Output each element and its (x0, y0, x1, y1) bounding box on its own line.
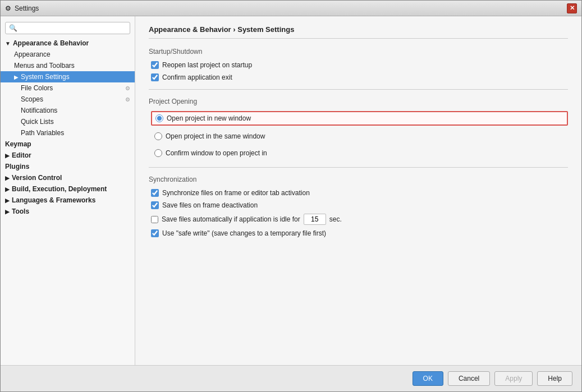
arrow-icon: ▶ (5, 153, 10, 159)
sidebar-item-label: Languages & Frameworks (12, 196, 95, 204)
sidebar-item-build-execution[interactable]: ▶ Build, Execution, Deployment (1, 183, 135, 195)
sidebar-item-label: Keymap (5, 140, 31, 148)
sidebar-item-path-variables[interactable]: Path Variables (1, 127, 135, 139)
sidebar-item-keymap[interactable]: Keymap (1, 139, 135, 150)
sidebar-item-system-settings[interactable]: ▶ System Settings (1, 71, 135, 82)
titlebar: ⚙ Settings ✕ (1, 1, 581, 16)
search-input[interactable] (20, 24, 126, 32)
save-deactivate-checkbox[interactable] (151, 201, 159, 209)
footer: OK Cancel Apply Help (1, 365, 581, 391)
search-box[interactable]: 🔍 (5, 22, 130, 34)
sidebar-item-label: File Colors (21, 84, 53, 92)
window-title: Settings (15, 4, 39, 12)
ok-button[interactable]: OK (413, 371, 443, 386)
arrow-icon: ▶ (5, 209, 10, 215)
sidebar-item-quick-lists[interactable]: Quick Lists (1, 116, 135, 127)
safe-write-row: Use "safe write" (save changes to a temp… (149, 229, 568, 237)
sidebar-item-label: Plugins (5, 163, 29, 170)
close-button[interactable]: ✕ (567, 3, 577, 13)
new-window-row: Open project in new window (151, 111, 568, 126)
confirm-exit-checkbox[interactable] (151, 73, 159, 81)
save-deactivate-row: Save files on frame deactivation (149, 201, 568, 209)
sidebar-item-notifications[interactable]: Notifications (1, 105, 135, 116)
arrow-icon: ▶ (5, 175, 10, 181)
sidebar-item-label: Tools (12, 207, 29, 215)
content-area: 🔍 ▼ Appearance & Behavior Appearance Men… (1, 16, 581, 365)
sidebar-item-label: Scopes (21, 95, 43, 103)
confirm-window-label: Confirm window to open project in (166, 149, 267, 157)
settings-window: ⚙ Settings ✕ 🔍 ▼ Appearance & Behavior A… (0, 0, 582, 392)
sidebar-item-appearance[interactable]: Appearance (1, 49, 135, 60)
new-window-label: Open project in new window (167, 114, 251, 122)
idle-time-input[interactable] (304, 214, 326, 225)
project-opening-group: Open project in new window Open project … (149, 111, 568, 159)
divider1 (149, 89, 568, 90)
main-panel: Appearance & Behavior › System Settings … (135, 16, 581, 365)
arrow-icon: ▼ (5, 40, 11, 47)
sidebar-item-label: Appearance (14, 50, 51, 58)
settings-icon: ⚙ (125, 85, 130, 91)
save-idle-label: Save files automatically if application … (162, 215, 300, 223)
sidebar-item-label: Path Variables (21, 129, 64, 137)
sidebar-item-version-control[interactable]: ▶ Version Control (1, 172, 135, 183)
window-icon: ⚙ (5, 4, 11, 12)
breadcrumb: Appearance & Behavior › System Settings (149, 25, 568, 39)
reopen-last-row: Reopen last project on startup (149, 61, 568, 69)
new-window-radio[interactable] (155, 114, 163, 122)
same-window-row: Open project in the same window (151, 130, 568, 142)
sidebar-item-file-colors[interactable]: File Colors ⚙ (1, 82, 135, 94)
confirm-exit-row: Confirm application exit (149, 73, 568, 81)
sidebar-item-plugins[interactable]: Plugins (1, 161, 135, 172)
help-button[interactable]: Help (537, 371, 572, 386)
sync-files-row: Synchronize files on frame or editor tab… (149, 189, 568, 197)
sidebar-item-label: Editor (12, 151, 31, 159)
sidebar-item-label: Notifications (21, 107, 57, 114)
reopen-last-label: Reopen last project on startup (162, 61, 252, 69)
save-idle-row: Save files automatically if application … (149, 214, 568, 225)
search-icon: 🔍 (9, 24, 17, 32)
sidebar-item-label: System Settings (21, 73, 70, 81)
sidebar-item-tools[interactable]: ▶ Tools (1, 206, 135, 217)
save-deactivate-label: Save files on frame deactivation (162, 201, 258, 209)
reopen-last-checkbox[interactable] (151, 61, 159, 69)
confirm-window-row: Confirm window to open project in (151, 147, 568, 159)
sync-section-title: Synchronization (149, 176, 568, 183)
titlebar-left: ⚙ Settings (5, 4, 39, 12)
apply-button[interactable]: Apply (494, 371, 533, 386)
same-window-radio[interactable] (154, 132, 162, 140)
startup-section-title: Startup/Shutdown (149, 48, 568, 56)
project-opening-section-title: Project Opening (149, 98, 568, 105)
sidebar-item-menus-toolbars[interactable]: Menus and Toolbars (1, 60, 135, 71)
sidebar-item-appearance-behavior[interactable]: ▼ Appearance & Behavior (1, 38, 135, 49)
arrow-icon: ▶ (5, 197, 10, 204)
same-window-label: Open project in the same window (166, 132, 265, 140)
cancel-button[interactable]: Cancel (448, 371, 490, 386)
sync-files-checkbox[interactable] (151, 189, 159, 197)
arrow-icon: ▶ (5, 186, 10, 192)
sidebar-item-label: Menus and Toolbars (14, 62, 75, 70)
safe-write-checkbox[interactable] (151, 229, 159, 237)
confirm-window-radio[interactable] (154, 149, 162, 157)
save-idle-checkbox[interactable] (151, 216, 158, 223)
safe-write-label: Use "safe write" (save changes to a temp… (162, 229, 326, 237)
sidebar: 🔍 ▼ Appearance & Behavior Appearance Men… (1, 16, 135, 365)
sidebar-item-label: Build, Execution, Deployment (12, 185, 107, 193)
arrow-icon: ▶ (14, 74, 19, 80)
sidebar-item-languages-frameworks[interactable]: ▶ Languages & Frameworks (1, 195, 135, 206)
sec-label: sec. (329, 215, 342, 223)
sidebar-item-label: Version Control (12, 174, 62, 182)
settings-icon: ⚙ (125, 96, 130, 103)
sidebar-item-scopes[interactable]: Scopes ⚙ (1, 94, 135, 105)
sidebar-item-label: Quick Lists (21, 118, 54, 126)
divider2 (149, 167, 568, 168)
confirm-exit-label: Confirm application exit (162, 73, 232, 81)
sync-files-label: Synchronize files on frame or editor tab… (162, 189, 310, 197)
sidebar-item-label: Appearance & Behavior (13, 39, 89, 47)
sidebar-item-editor[interactable]: ▶ Editor (1, 150, 135, 161)
